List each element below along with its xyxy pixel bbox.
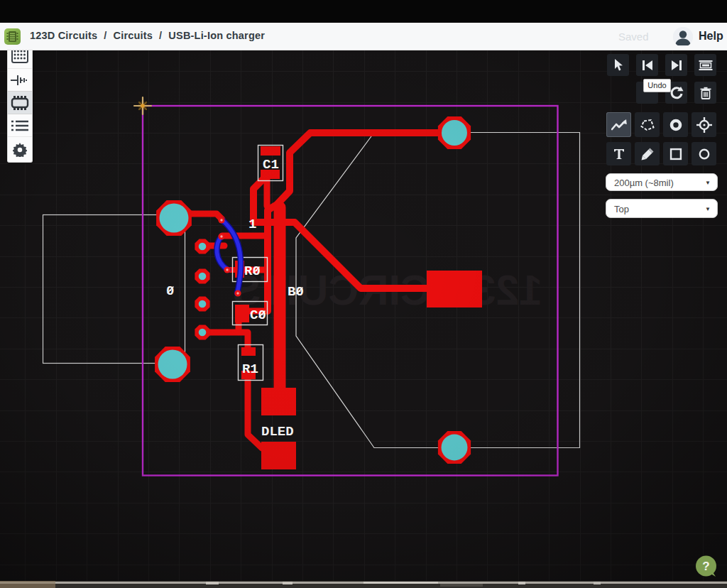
svg-text:?: ?	[702, 560, 709, 573]
